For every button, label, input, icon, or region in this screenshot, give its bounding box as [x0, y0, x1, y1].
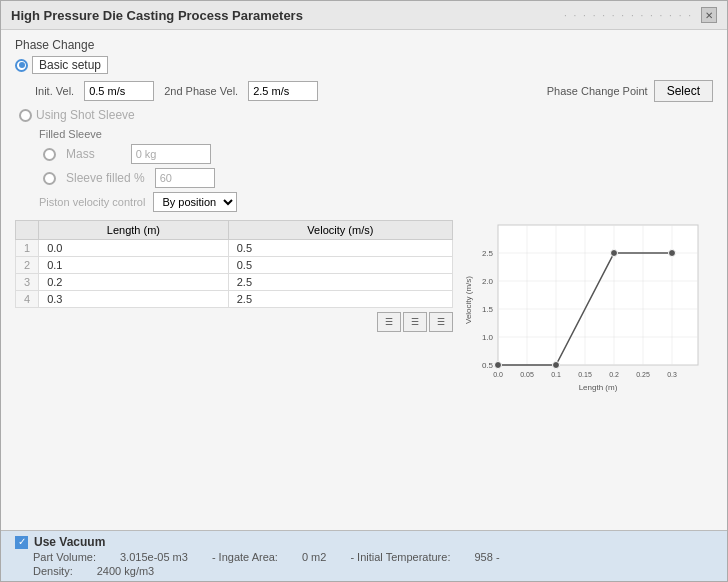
- second-phase-vel-input[interactable]: [248, 81, 318, 101]
- svg-text:0.0: 0.0: [493, 371, 503, 378]
- using-shot-sleeve-label: Using Shot Sleeve: [36, 108, 135, 122]
- row-length: 0.3: [39, 291, 229, 308]
- velocity-chart: 0.5 1.0 1.5 2.0 2.5 0.0 0.05 0.1 0.15 0.…: [463, 220, 713, 395]
- sleeve-filled-row: Sleeve filled %: [43, 168, 713, 188]
- piston-velocity-label: Piston velocity control: [39, 196, 145, 208]
- svg-text:Length (m): Length (m): [579, 383, 618, 392]
- svg-rect-0: [498, 225, 698, 365]
- row-id: 4: [16, 291, 39, 308]
- ingate-area-value: 0 m2: [302, 551, 326, 563]
- bottom-bar: Use Vacuum Part Volume: 3.015e-05 m3 - I…: [1, 530, 727, 581]
- window-title: High Pressure Die Casting Process Parame…: [11, 8, 303, 23]
- row-velocity: 2.5: [228, 291, 452, 308]
- phase-change-point-label: Phase Change Point: [547, 85, 648, 97]
- basic-setup-label: Basic setup: [32, 56, 108, 74]
- svg-point-27: [611, 250, 618, 257]
- part-volume-value: 3.015e-05 m3: [120, 551, 188, 563]
- use-vacuum-label: Use Vacuum: [34, 535, 105, 549]
- use-vacuum-row: Use Vacuum: [15, 535, 713, 549]
- filled-sleeve-block: Filled Sleeve Mass Sleeve filled %: [39, 128, 713, 188]
- init-vel-input[interactable]: [84, 81, 154, 101]
- main-window: High Pressure Die Casting Process Parame…: [0, 0, 728, 582]
- svg-text:0.3: 0.3: [667, 371, 677, 378]
- select-button[interactable]: Select: [654, 80, 713, 102]
- table-row: 2 0.1 0.5: [16, 257, 453, 274]
- table-btn-1[interactable]: ☰: [377, 312, 401, 332]
- mass-input: [131, 144, 211, 164]
- svg-text:0.15: 0.15: [578, 371, 592, 378]
- table-btn-3[interactable]: ☰: [429, 312, 453, 332]
- table-chart-section: Length (m) Velocity (m/s) 1 0.0 0.5 2 0.…: [15, 220, 713, 395]
- data-table: Length (m) Velocity (m/s) 1 0.0 0.5 2 0.…: [15, 220, 453, 308]
- second-phase-vel-label: 2nd Phase Vel.: [164, 85, 238, 97]
- bottom-info-row2: Density: 2400 kg/m3: [15, 565, 713, 577]
- table-toolbar: ☰ ☰ ☰: [15, 312, 453, 332]
- title-bar-controls: · · · · · · · · · · · · · · ✕: [564, 7, 717, 23]
- row-velocity: 2.5: [228, 274, 452, 291]
- row-id: 3: [16, 274, 39, 291]
- piston-velocity-row: Piston velocity control By position: [39, 192, 713, 212]
- initial-temp-label: - Initial Temperature:: [350, 551, 450, 563]
- sleeve-filled-label: Sleeve filled %: [66, 171, 145, 185]
- sleeve-filled-radio[interactable]: [43, 172, 56, 185]
- use-vacuum-checkbox[interactable]: [15, 536, 28, 549]
- basic-setup-row: Basic setup: [15, 56, 713, 74]
- table-row: 1 0.0 0.5: [16, 240, 453, 257]
- drag-dots: · · · · · · · · · · · · · ·: [564, 10, 693, 21]
- mass-radio[interactable]: [43, 148, 56, 161]
- svg-text:2.5: 2.5: [482, 249, 494, 258]
- bottom-info-row1: Part Volume: 3.015e-05 m3 - Ingate Area:…: [15, 551, 713, 563]
- initial-temp-value: 958 -: [474, 551, 499, 563]
- sleeve-filled-input: [155, 168, 215, 188]
- using-shot-sleeve-radio[interactable]: [19, 109, 32, 122]
- svg-text:0.1: 0.1: [551, 371, 561, 378]
- svg-text:1.5: 1.5: [482, 305, 494, 314]
- density-value: 2400 kg/m3: [97, 565, 154, 577]
- chart-section: 0.5 1.0 1.5 2.0 2.5 0.0 0.05 0.1 0.15 0.…: [463, 220, 713, 395]
- velocity-params-row: Init. Vel. 2nd Phase Vel. Phase Change P…: [35, 80, 713, 102]
- svg-text:0.2: 0.2: [609, 371, 619, 378]
- main-content-area: Phase Change Basic setup Init. Vel. 2nd …: [1, 30, 727, 530]
- close-button[interactable]: ✕: [701, 7, 717, 23]
- table-row: 3 0.2 2.5: [16, 274, 453, 291]
- using-shot-sleeve-row: Using Shot Sleeve: [19, 108, 713, 122]
- filled-sleeve-header: Filled Sleeve: [39, 128, 713, 140]
- phase-change-point-group: Phase Change Point Select: [547, 80, 713, 102]
- svg-text:0.25: 0.25: [636, 371, 650, 378]
- row-length: 0.1: [39, 257, 229, 274]
- init-vel-label: Init. Vel.: [35, 85, 74, 97]
- row-length: 0.0: [39, 240, 229, 257]
- svg-text:1.0: 1.0: [482, 333, 494, 342]
- row-length: 0.2: [39, 274, 229, 291]
- row-velocity: 0.5: [228, 257, 452, 274]
- svg-text:0.05: 0.05: [520, 371, 534, 378]
- part-volume-label: Part Volume:: [33, 551, 96, 563]
- row-id: 1: [16, 240, 39, 257]
- mass-row: Mass: [43, 144, 713, 164]
- svg-text:0.5: 0.5: [482, 361, 494, 370]
- piston-control-select[interactable]: By position: [153, 192, 237, 212]
- chart-container: 0.5 1.0 1.5 2.0 2.5 0.0 0.05 0.1 0.15 0.…: [463, 220, 713, 395]
- svg-point-28: [669, 250, 676, 257]
- ingate-area-label: - Ingate Area:: [212, 551, 278, 563]
- density-label: Density:: [33, 565, 73, 577]
- row-velocity: 0.5: [228, 240, 452, 257]
- table-row: 4 0.3 2.5: [16, 291, 453, 308]
- row-id: 2: [16, 257, 39, 274]
- col-length: Length (m): [39, 221, 229, 240]
- phase-change-label: Phase Change: [15, 38, 713, 52]
- svg-text:2.0: 2.0: [482, 277, 494, 286]
- basic-setup-radio[interactable]: [15, 59, 28, 72]
- svg-point-25: [495, 362, 502, 369]
- svg-text:Velocity (m/s): Velocity (m/s): [464, 276, 473, 324]
- mass-label: Mass: [66, 147, 95, 161]
- table-btn-2[interactable]: ☰: [403, 312, 427, 332]
- svg-point-26: [553, 362, 560, 369]
- title-bar: High Pressure Die Casting Process Parame…: [1, 1, 727, 30]
- col-velocity: Velocity (m/s): [228, 221, 452, 240]
- col-index: [16, 221, 39, 240]
- data-table-section: Length (m) Velocity (m/s) 1 0.0 0.5 2 0.…: [15, 220, 453, 395]
